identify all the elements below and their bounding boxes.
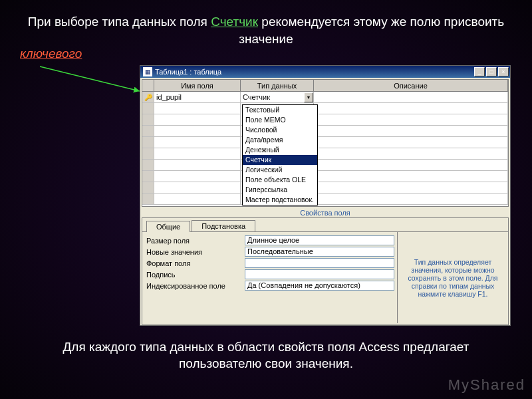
row-selector[interactable] — [142, 126, 154, 136]
grid-header-row: Имя поля Тип данных Описание — [142, 80, 508, 92]
property-row: Подпись — [145, 269, 394, 280]
row-selector[interactable] — [142, 160, 154, 170]
heading-highlight: Счетчик — [211, 15, 258, 29]
tab-lookup[interactable]: Подстановка — [192, 220, 255, 231]
table-row[interactable] — [142, 171, 508, 182]
heading-part-a: При выборе типа данных поля — [28, 15, 211, 29]
row-selector-header — [142, 80, 154, 91]
heading-part-b: рекомендуется этому же полю присвоить зн… — [239, 15, 504, 46]
minimize-button[interactable]: _ — [474, 67, 485, 76]
row-selector[interactable]: 🔑 — [142, 92, 154, 102]
dropdown-item[interactable]: Числовой — [243, 125, 317, 135]
table-row[interactable] — [142, 160, 508, 171]
column-header-type[interactable]: Тип данных — [241, 80, 314, 91]
property-table: Размер поляДлинное целоеНовые значенияПо… — [142, 232, 397, 323]
row-selector[interactable] — [142, 194, 154, 204]
data-type-dropdown[interactable]: ТекстовыйПоле МЕМОЧисловойДата/времяДене… — [242, 104, 318, 205]
access-table-design-window: ▦ Таблица1 : таблица _ □ × Имя поля Тип … — [140, 65, 511, 326]
row-selector[interactable] — [142, 137, 154, 148]
window-title: Таблица1 : таблица — [155, 66, 221, 78]
property-row: Размер поляДлинное целое — [145, 235, 394, 246]
dropdown-item[interactable]: Денежный — [243, 145, 317, 155]
column-header-desc[interactable]: Описание — [314, 80, 508, 91]
help-text: Тип данных определяет значения, которые … — [402, 258, 504, 298]
property-value[interactable]: Да (Совпадения не допускаются) — [245, 281, 394, 291]
maximize-button[interactable]: □ — [486, 67, 497, 76]
property-row: Индексированное полеДа (Совпадения не до… — [145, 280, 394, 291]
properties-section-label: Свойства поля — [140, 208, 510, 217]
field-desc-cell[interactable] — [314, 92, 508, 102]
table-row[interactable]: 🔑 id_pupil Счетчик ▼ — [142, 92, 508, 103]
dropdown-item[interactable]: Дата/время — [243, 135, 317, 145]
table-row[interactable] — [142, 182, 508, 194]
dropdown-item[interactable]: Счетчик — [243, 155, 317, 165]
slide-footer-text: Для каждого типа данных в области свойст… — [0, 338, 532, 372]
property-row: Формат поля — [145, 257, 394, 269]
field-properties-area: Общие Подстановка Размер поляДлинное цел… — [142, 217, 509, 325]
window-controls: _ □ × — [474, 67, 510, 76]
row-selector[interactable] — [142, 171, 154, 182]
arrow-annotation — [37, 63, 150, 96]
property-label: Подпись — [145, 271, 245, 279]
table-icon: ▦ — [143, 67, 152, 76]
property-label: Размер поля — [145, 237, 245, 245]
row-selector[interactable] — [142, 182, 154, 193]
field-design-grid: Имя поля Тип данных Описание 🔑 id_pupil … — [142, 79, 509, 207]
property-value[interactable]: Длинное целое — [245, 235, 394, 245]
field-name-cell[interactable]: id_pupil — [154, 92, 241, 102]
key-word-label: ключевого — [20, 47, 82, 61]
dropdown-item[interactable]: Поле объекта OLE — [243, 175, 317, 185]
svg-line-0 — [40, 66, 140, 91]
dropdown-item[interactable]: Логический — [243, 165, 317, 175]
table-row[interactable] — [142, 103, 508, 114]
field-type-value: Счетчик — [243, 92, 270, 103]
close-button[interactable]: × — [498, 67, 509, 76]
dropdown-item[interactable]: Гиперссылка — [243, 185, 317, 195]
property-tabs: Общие Подстановка — [142, 218, 508, 231]
table-row[interactable] — [142, 148, 508, 160]
row-selector[interactable] — [142, 148, 154, 159]
property-label: Формат поля — [145, 259, 245, 267]
row-selector[interactable] — [142, 114, 154, 125]
slide-heading: При выборе типа данных поля Счетчик реко… — [0, 0, 532, 47]
dropdown-item[interactable]: Поле МЕМО — [243, 115, 317, 125]
property-row: Новые значенияПоследовательные — [145, 246, 394, 257]
help-text-pane: Тип данных определяет значения, которые … — [397, 232, 508, 323]
property-value[interactable] — [245, 258, 394, 268]
property-value[interactable] — [245, 269, 394, 279]
window-titlebar: ▦ Таблица1 : таблица _ □ × — [140, 66, 510, 78]
property-label: Индексированное поле — [145, 282, 245, 290]
general-tab-pane: Размер поляДлинное целоеНовые значенияПо… — [142, 231, 508, 323]
table-row[interactable] — [142, 114, 508, 126]
table-row[interactable] — [142, 126, 508, 137]
watermark: MyShared — [448, 376, 525, 394]
table-row[interactable] — [142, 137, 508, 148]
property-value[interactable]: Последовательные — [245, 247, 394, 257]
dropdown-item[interactable]: Текстовый — [243, 105, 317, 115]
tab-general[interactable]: Общие — [146, 221, 190, 232]
dropdown-item[interactable]: Мастер подстановок. — [243, 195, 317, 205]
type-dropdown-button[interactable]: ▼ — [304, 92, 313, 102]
primary-key-icon: 🔑 — [144, 94, 152, 101]
column-header-name[interactable]: Имя поля — [154, 80, 241, 91]
row-selector[interactable] — [142, 103, 154, 114]
table-row[interactable] — [142, 194, 508, 205]
field-type-cell[interactable]: Счетчик ▼ — [241, 92, 314, 102]
property-label: Новые значения — [145, 248, 245, 256]
